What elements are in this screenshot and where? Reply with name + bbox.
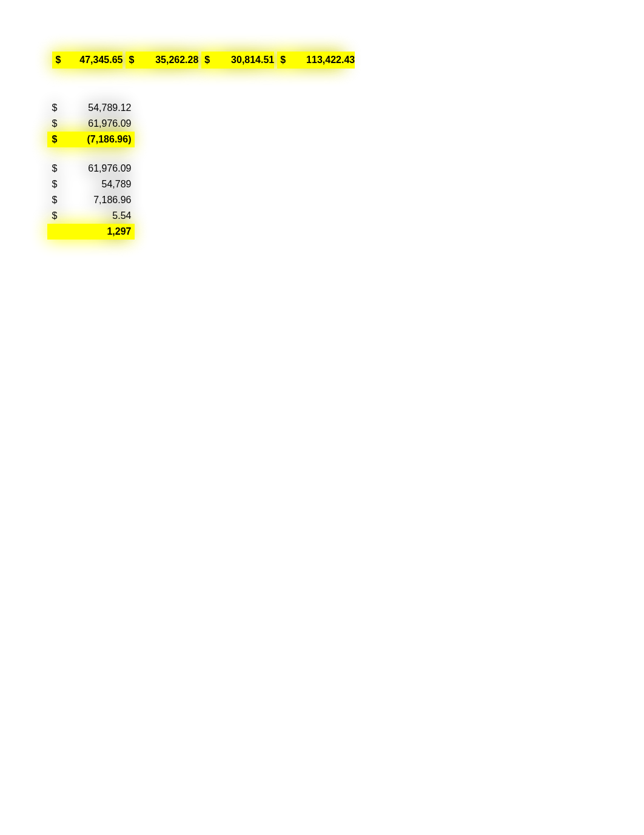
- value-cell: 61,976.09: [64, 161, 131, 176]
- totals-value-3: 30,814.51: [216, 52, 274, 69]
- value-cell: 54,789: [64, 176, 131, 192]
- totals-value-4: 113,422.43: [292, 52, 355, 69]
- value-cell: 5.54: [64, 208, 131, 224]
- summary-block-1: $ 54,789.12 $ 61,976.09 $ (7,186.96): [47, 100, 135, 147]
- currency-symbol: $: [47, 100, 62, 116]
- totals-cell-2: $ 35,262.28: [126, 52, 198, 69]
- currency-symbol: $: [47, 192, 62, 208]
- table-row: $ 7,186.96: [47, 192, 135, 208]
- table-row: $ 61,976.09: [47, 161, 135, 176]
- totals-value-2: 35,262.28: [140, 52, 198, 69]
- table-row: $ 61,976.09: [47, 116, 135, 132]
- totals-value-1: 47,345.65: [67, 52, 122, 69]
- difference-row: $ (7,186.96): [47, 132, 135, 147]
- table-row: $ 54,789.12: [47, 100, 135, 116]
- value-cell: 54,789.12: [64, 100, 131, 116]
- currency-symbol: $: [126, 52, 138, 69]
- table-row: $ 5.54: [47, 208, 135, 224]
- totals-cell-4: $ 113,422.43: [277, 52, 355, 69]
- value-cell: 7,186.96: [64, 192, 131, 208]
- highlight: $ (7,186.96): [47, 132, 135, 147]
- currency-symbol: $: [201, 52, 213, 69]
- value-cell: 1,297: [64, 224, 131, 240]
- currency-symbol: $: [47, 208, 62, 224]
- currency-symbol: $: [47, 132, 62, 147]
- totals-cell-3: $ 30,814.51: [201, 52, 274, 69]
- result-row: 1,297: [47, 224, 135, 240]
- highlight: 1,297: [47, 224, 135, 240]
- currency-symbol: $: [47, 176, 62, 192]
- value-cell: 61,976.09: [64, 116, 131, 132]
- totals-cell-1: $ 47,345.65: [52, 52, 122, 69]
- currency-symbol: $: [277, 52, 289, 69]
- totals-row: $ 47,345.65 $ 35,262.28 $ 30,814.51 $ 11…: [47, 52, 355, 69]
- table-row: $ 54,789: [47, 176, 135, 192]
- currency-symbol: $: [47, 116, 62, 132]
- value-cell: (7,186.96): [64, 132, 131, 147]
- currency-symbol: $: [52, 52, 64, 69]
- summary-block-2: $ 61,976.09 $ 54,789 $ 7,186.96 $ 5.54 1…: [47, 161, 135, 240]
- currency-symbol: $: [47, 161, 62, 176]
